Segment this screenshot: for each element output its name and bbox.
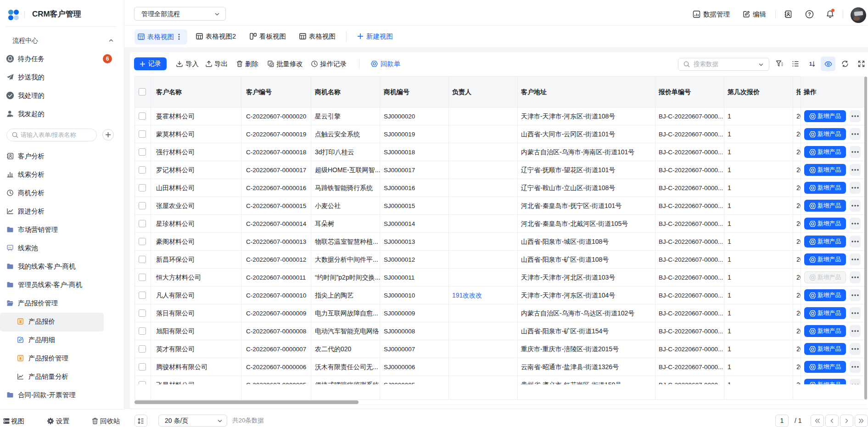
- svg-text:?: ?: [808, 11, 811, 17]
- svg-text:1: 1: [809, 61, 812, 67]
